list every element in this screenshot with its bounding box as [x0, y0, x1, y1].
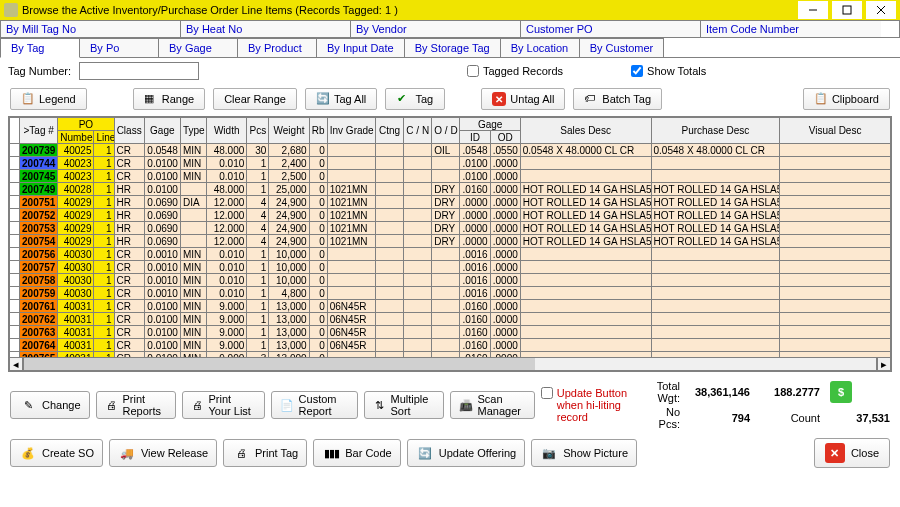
tag-number-label: Tag Number: — [8, 65, 71, 77]
table-row[interactable]: 200745400231CR0.0100MIN0.01012,5000.0100… — [10, 170, 891, 183]
titlebar: Browse the Active Inventory/Purchase Ord… — [0, 0, 900, 20]
filter-heat-no[interactable]: By Heat No — [181, 21, 351, 37]
legend-icon: 📋 — [21, 92, 35, 106]
tagged-records-checkbox[interactable] — [467, 65, 479, 77]
printer-icon: 🖨 — [105, 396, 117, 414]
report-icon: 📄 — [280, 396, 294, 414]
table-row[interactable]: 200759400301CR0.0010MIN0.01014,8000.0016… — [10, 287, 891, 300]
sort-icon: ⇅ — [373, 396, 386, 414]
clipboard-icon: 📋 — [814, 92, 828, 106]
untag-icon: ✕ — [492, 92, 506, 106]
tab-row: By Tag By Po By Gage By Product By Input… — [0, 38, 900, 58]
check-icon: ✔ — [397, 92, 411, 106]
tab-by-storage-tag[interactable]: By Storage Tag — [404, 38, 501, 57]
untag-all-button[interactable]: ✕ Untag All — [481, 88, 565, 110]
table-row[interactable]: 200761400311CR0.0100MIN9.000113,000006N4… — [10, 300, 891, 313]
print-reports-button[interactable]: 🖨Print Reports — [96, 391, 176, 419]
filter-item-code[interactable]: Item Code Number — [701, 21, 881, 37]
toolbar: 📋 Legend ▦ Range Clear Range 🔄 Tag All ✔… — [0, 84, 900, 114]
create-so-button[interactable]: 💰Create SO — [10, 439, 103, 467]
table-row[interactable]: 200758400301CR0.0010MIN0.010110,0000.001… — [10, 274, 891, 287]
tab-by-location[interactable]: By Location — [500, 38, 580, 57]
update-icon: 🔄 — [416, 444, 434, 462]
tag-number-input[interactable] — [79, 62, 199, 80]
legend-button[interactable]: 📋 Legend — [10, 88, 87, 110]
view-release-button[interactable]: 🚚View Release — [109, 439, 217, 467]
coin-icon: 💰 — [19, 444, 37, 462]
batch-tag-icon: 🏷 — [584, 92, 598, 106]
dollar-icon[interactable]: $ — [830, 381, 852, 403]
table-row[interactable]: 200751400291HR0.0690DIA12.000424,9000102… — [10, 196, 891, 209]
table-row[interactable]: 200762400311CR0.0100MIN9.000113,000006N4… — [10, 313, 891, 326]
filter-mill-tag[interactable]: By Mill Tag No — [1, 21, 181, 37]
horizontal-scrollbar[interactable]: ◂ ▸ — [9, 357, 891, 371]
range-icon: ▦ — [144, 92, 158, 106]
maximize-button[interactable] — [832, 1, 862, 19]
table-row[interactable]: 200753400291HR0.069012.000424,90001021MN… — [10, 222, 891, 235]
tag-all-button[interactable]: 🔄 Tag All — [305, 88, 377, 110]
show-totals-checkbox[interactable] — [631, 65, 643, 77]
tag-button[interactable]: ✔ Tag — [385, 88, 445, 110]
table-row[interactable]: 200764400311CR0.0100MIN9.000113,000006N4… — [10, 339, 891, 352]
tab-by-product[interactable]: By Product — [237, 38, 317, 57]
table-row[interactable]: 200757400301CR0.0010MIN0.010110,0000.001… — [10, 261, 891, 274]
scan-manager-button[interactable]: 📠Scan Manager — [450, 391, 535, 419]
filter-bar: By Mill Tag No By Heat No By Vendor Cust… — [0, 20, 900, 38]
close-icon: ✕ — [825, 443, 845, 463]
svg-rect-1 — [843, 6, 851, 14]
show-picture-button[interactable]: 📷Show Picture — [531, 439, 637, 467]
range-button[interactable]: ▦ Range — [133, 88, 205, 110]
show-totals-label: Show Totals — [647, 65, 706, 77]
filter-vendor[interactable]: By Vendor — [351, 21, 521, 37]
pencil-icon: ✎ — [19, 396, 37, 414]
table-row[interactable]: 200754400291HR0.069012.000424,90001021MN… — [10, 235, 891, 248]
table-row[interactable]: 200739400251CR0.0548MIN48.000302,6800OIL… — [10, 144, 891, 157]
table-row[interactable]: 200749400281HR0.010048.000125,00001021MN… — [10, 183, 891, 196]
truck-icon: 🚚 — [118, 444, 136, 462]
scroll-right-arrow[interactable]: ▸ — [877, 357, 891, 371]
tab-by-gage[interactable]: By Gage — [158, 38, 238, 57]
tab-by-customer[interactable]: By Customer — [579, 38, 665, 57]
scanner-icon: 📠 — [459, 396, 473, 414]
bar-code-button[interactable]: ▮▮▮Bar Code — [313, 439, 400, 467]
tab-by-tag[interactable]: By Tag — [0, 38, 80, 58]
tagged-records-label: Tagged Records — [483, 65, 563, 77]
table-row[interactable]: 200763400311CR0.0100MIN9.000113,000006N4… — [10, 326, 891, 339]
table-row[interactable]: 200744400231CR0.0100MIN0.01012,4000.0100… — [10, 157, 891, 170]
print-your-list-button[interactable]: 🖨Print Your List — [182, 391, 265, 419]
multiple-sort-button[interactable]: ⇅Multiple Sort — [364, 391, 444, 419]
filter-customer-po[interactable]: Customer PO — [521, 21, 701, 37]
close-window-button[interactable] — [866, 1, 896, 19]
printer-icon: 🖨 — [232, 444, 250, 462]
data-grid[interactable]: >Tag #POClassGageTypeWidthPcsWeightRbInv… — [8, 116, 892, 372]
camera-icon: 📷 — [540, 444, 558, 462]
tag-all-icon: 🔄 — [316, 92, 330, 106]
update-button-checkbox-wrap: Update Button when hi-liting record — [541, 387, 651, 423]
close-button[interactable]: ✕ Close — [814, 438, 890, 468]
totals-box: Total Wgt: 38,361,146 188.2777 $ No Pcs:… — [657, 380, 890, 430]
window-title: Browse the Active Inventory/Purchase Ord… — [22, 4, 398, 16]
update-button-checkbox[interactable] — [541, 387, 553, 399]
change-button[interactable]: ✎Change — [10, 391, 90, 419]
update-offering-button[interactable]: 🔄Update Offering — [407, 439, 525, 467]
tab-by-po[interactable]: By Po — [79, 38, 159, 57]
tab-by-input-date[interactable]: By Input Date — [316, 38, 405, 57]
app-icon — [4, 3, 18, 17]
table-row[interactable]: 200752400291HR0.069012.000424,90001021MN… — [10, 209, 891, 222]
batch-tag-button[interactable]: 🏷 Batch Tag — [573, 88, 662, 110]
clear-range-button[interactable]: Clear Range — [213, 88, 297, 110]
scroll-left-arrow[interactable]: ◂ — [9, 357, 23, 371]
barcode-icon: ▮▮▮ — [322, 444, 340, 462]
custom-report-button[interactable]: 📄Custom Report — [271, 391, 358, 419]
clipboard-button[interactable]: 📋 Clipboard — [803, 88, 890, 110]
printer-icon: 🖨 — [191, 396, 203, 414]
minimize-button[interactable] — [798, 1, 828, 19]
table-row[interactable]: 200756400301CR0.0010MIN0.010110,0000.001… — [10, 248, 891, 261]
print-tag-button[interactable]: 🖨Print Tag — [223, 439, 307, 467]
